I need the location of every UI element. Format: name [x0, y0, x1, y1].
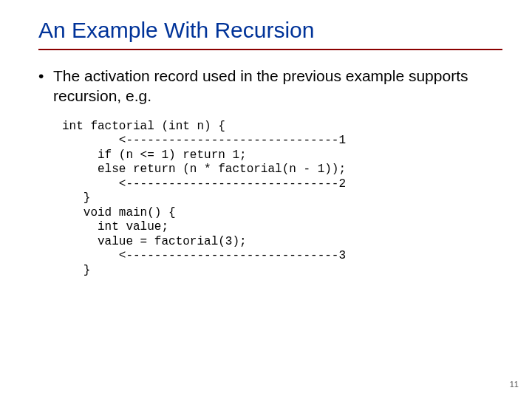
- slide-title: An Example With Recursion: [38, 18, 502, 43]
- bullet-text: The activation record used in the previo…: [53, 66, 502, 106]
- bullet-item: • The activation record used in the prev…: [38, 66, 502, 106]
- title-rule: [38, 49, 502, 50]
- slide: An Example With Recursion • The activati…: [0, 0, 532, 399]
- slide-body: • The activation record used in the prev…: [38, 66, 502, 278]
- bullet-marker: •: [38, 66, 53, 86]
- code-block: int factorial (int n) { <---------------…: [62, 120, 502, 279]
- page-number: 11: [510, 380, 519, 389]
